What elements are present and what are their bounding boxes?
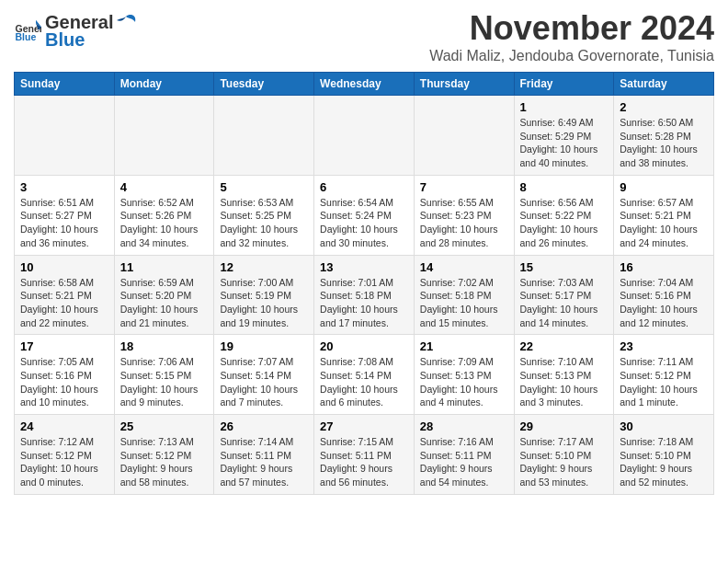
calendar-cell: 16Sunrise: 7:04 AM Sunset: 5:16 PM Dayli… bbox=[614, 255, 714, 335]
svg-text:Blue: Blue bbox=[16, 31, 37, 42]
day-info: Sunrise: 7:15 AM Sunset: 5:11 PM Dayligh… bbox=[320, 435, 408, 489]
calendar-cell bbox=[314, 96, 415, 176]
day-number: 4 bbox=[120, 180, 209, 194]
day-number: 28 bbox=[420, 419, 508, 433]
calendar-cell: 5Sunrise: 6:53 AM Sunset: 5:25 PM Daylig… bbox=[214, 175, 314, 255]
calendar-cell: 11Sunrise: 6:59 AM Sunset: 5:20 PM Dayli… bbox=[114, 255, 214, 335]
calendar-cell: 3Sunrise: 6:51 AM Sunset: 5:27 PM Daylig… bbox=[15, 175, 115, 255]
day-number: 9 bbox=[620, 180, 708, 194]
day-info: Sunrise: 6:56 AM Sunset: 5:22 PM Dayligh… bbox=[520, 196, 609, 250]
calendar-cell: 24Sunrise: 7:12 AM Sunset: 5:12 PM Dayli… bbox=[15, 415, 115, 495]
calendar-cell: 12Sunrise: 7:00 AM Sunset: 5:19 PM Dayli… bbox=[214, 255, 314, 335]
header-row: Sunday Monday Tuesday Wednesday Thursday… bbox=[15, 73, 714, 96]
day-info: Sunrise: 6:52 AM Sunset: 5:26 PM Dayligh… bbox=[120, 196, 209, 250]
header-saturday: Saturday bbox=[614, 73, 714, 96]
day-number: 12 bbox=[220, 260, 308, 274]
calendar-cell bbox=[214, 96, 314, 176]
day-info: Sunrise: 7:12 AM Sunset: 5:12 PM Dayligh… bbox=[20, 435, 108, 489]
calendar-row-1: 3Sunrise: 6:51 AM Sunset: 5:27 PM Daylig… bbox=[15, 175, 714, 255]
calendar-cell: 6Sunrise: 6:54 AM Sunset: 5:24 PM Daylig… bbox=[314, 175, 415, 255]
day-number: 3 bbox=[20, 180, 108, 194]
logo-text: General Blue bbox=[45, 9, 139, 51]
calendar-cell: 18Sunrise: 7:06 AM Sunset: 5:15 PM Dayli… bbox=[114, 335, 214, 415]
day-info: Sunrise: 7:02 AM Sunset: 5:18 PM Dayligh… bbox=[420, 276, 508, 330]
day-number: 24 bbox=[20, 419, 108, 433]
day-number: 27 bbox=[320, 419, 408, 433]
day-number: 14 bbox=[420, 260, 508, 274]
day-info: Sunrise: 7:04 AM Sunset: 5:16 PM Dayligh… bbox=[620, 276, 708, 330]
calendar-row-0: 1Sunrise: 6:49 AM Sunset: 5:29 PM Daylig… bbox=[15, 96, 714, 176]
calendar-cell: 10Sunrise: 6:58 AM Sunset: 5:21 PM Dayli… bbox=[15, 255, 115, 335]
day-info: Sunrise: 7:07 AM Sunset: 5:14 PM Dayligh… bbox=[220, 355, 308, 409]
day-number: 23 bbox=[620, 339, 708, 353]
calendar-cell: 23Sunrise: 7:11 AM Sunset: 5:12 PM Dayli… bbox=[614, 335, 714, 415]
day-number: 1 bbox=[520, 100, 609, 114]
calendar-row-4: 24Sunrise: 7:12 AM Sunset: 5:12 PM Dayli… bbox=[15, 415, 714, 495]
header-sunday: Sunday bbox=[15, 73, 115, 96]
calendar-cell: 29Sunrise: 7:17 AM Sunset: 5:10 PM Dayli… bbox=[514, 415, 614, 495]
day-info: Sunrise: 7:09 AM Sunset: 5:13 PM Dayligh… bbox=[420, 355, 508, 409]
day-info: Sunrise: 7:10 AM Sunset: 5:13 PM Dayligh… bbox=[520, 355, 609, 409]
calendar-cell: 22Sunrise: 7:10 AM Sunset: 5:13 PM Dayli… bbox=[514, 335, 614, 415]
day-number: 8 bbox=[520, 180, 609, 194]
day-info: Sunrise: 7:11 AM Sunset: 5:12 PM Dayligh… bbox=[620, 355, 708, 409]
day-info: Sunrise: 7:17 AM Sunset: 5:10 PM Dayligh… bbox=[520, 435, 609, 489]
day-number: 19 bbox=[220, 339, 308, 353]
header-friday: Friday bbox=[514, 73, 614, 96]
header-tuesday: Tuesday bbox=[214, 73, 314, 96]
day-info: Sunrise: 6:54 AM Sunset: 5:24 PM Dayligh… bbox=[320, 196, 408, 250]
calendar-cell: 21Sunrise: 7:09 AM Sunset: 5:13 PM Dayli… bbox=[414, 335, 514, 415]
subtitle: Wadi Maliz, Jendouba Governorate, Tunisi… bbox=[429, 48, 714, 64]
calendar-cell: 7Sunrise: 6:55 AM Sunset: 5:23 PM Daylig… bbox=[414, 175, 514, 255]
day-number: 16 bbox=[620, 260, 708, 274]
header-wednesday: Wednesday bbox=[314, 73, 415, 96]
day-number: 10 bbox=[20, 260, 108, 274]
calendar-cell bbox=[15, 96, 115, 176]
calendar-cell: 4Sunrise: 6:52 AM Sunset: 5:26 PM Daylig… bbox=[114, 175, 214, 255]
calendar-table: Sunday Monday Tuesday Wednesday Thursday… bbox=[14, 72, 714, 495]
day-info: Sunrise: 7:18 AM Sunset: 5:10 PM Dayligh… bbox=[620, 435, 708, 489]
calendar-cell: 26Sunrise: 7:14 AM Sunset: 5:11 PM Dayli… bbox=[214, 415, 314, 495]
calendar-row-2: 10Sunrise: 6:58 AM Sunset: 5:21 PM Dayli… bbox=[15, 255, 714, 335]
calendar-cell: 1Sunrise: 6:49 AM Sunset: 5:29 PM Daylig… bbox=[514, 96, 614, 176]
day-number: 30 bbox=[620, 419, 708, 433]
day-info: Sunrise: 7:01 AM Sunset: 5:18 PM Dayligh… bbox=[320, 276, 408, 330]
calendar-cell: 2Sunrise: 6:50 AM Sunset: 5:28 PM Daylig… bbox=[614, 96, 714, 176]
calendar-cell: 25Sunrise: 7:13 AM Sunset: 5:12 PM Dayli… bbox=[114, 415, 214, 495]
day-number: 6 bbox=[320, 180, 408, 194]
calendar-cell: 19Sunrise: 7:07 AM Sunset: 5:14 PM Dayli… bbox=[214, 335, 314, 415]
day-number: 21 bbox=[420, 339, 508, 353]
day-number: 22 bbox=[520, 339, 609, 353]
calendar-cell: 27Sunrise: 7:15 AM Sunset: 5:11 PM Dayli… bbox=[314, 415, 415, 495]
main-container: General Blue General Blue November 2024 … bbox=[0, 0, 728, 504]
day-info: Sunrise: 6:59 AM Sunset: 5:20 PM Dayligh… bbox=[120, 276, 209, 330]
day-info: Sunrise: 7:16 AM Sunset: 5:11 PM Dayligh… bbox=[420, 435, 508, 489]
day-number: 7 bbox=[420, 180, 508, 194]
day-info: Sunrise: 7:00 AM Sunset: 5:19 PM Dayligh… bbox=[220, 276, 308, 330]
day-number: 18 bbox=[120, 339, 209, 353]
day-number: 15 bbox=[520, 260, 609, 274]
title-section: November 2024 Wadi Maliz, Jendouba Gover… bbox=[429, 9, 714, 64]
calendar-cell: 28Sunrise: 7:16 AM Sunset: 5:11 PM Dayli… bbox=[414, 415, 514, 495]
day-number: 20 bbox=[320, 339, 408, 353]
calendar-cell: 30Sunrise: 7:18 AM Sunset: 5:10 PM Dayli… bbox=[614, 415, 714, 495]
day-number: 26 bbox=[220, 419, 308, 433]
day-info: Sunrise: 7:14 AM Sunset: 5:11 PM Dayligh… bbox=[220, 435, 308, 489]
day-info: Sunrise: 6:53 AM Sunset: 5:25 PM Dayligh… bbox=[220, 196, 308, 250]
calendar-cell: 13Sunrise: 7:01 AM Sunset: 5:18 PM Dayli… bbox=[314, 255, 415, 335]
calendar-cell bbox=[414, 96, 514, 176]
calendar-body: 1Sunrise: 6:49 AM Sunset: 5:29 PM Daylig… bbox=[15, 96, 714, 495]
day-number: 5 bbox=[220, 180, 308, 194]
calendar-cell: 20Sunrise: 7:08 AM Sunset: 5:14 PM Dayli… bbox=[314, 335, 415, 415]
day-number: 2 bbox=[620, 100, 708, 114]
header-monday: Monday bbox=[114, 73, 214, 96]
day-info: Sunrise: 7:08 AM Sunset: 5:14 PM Dayligh… bbox=[320, 355, 408, 409]
calendar-cell: 9Sunrise: 6:57 AM Sunset: 5:21 PM Daylig… bbox=[614, 175, 714, 255]
logo-bird-icon bbox=[113, 9, 139, 35]
calendar-cell: 15Sunrise: 7:03 AM Sunset: 5:17 PM Dayli… bbox=[514, 255, 614, 335]
calendar-cell: 17Sunrise: 7:05 AM Sunset: 5:16 PM Dayli… bbox=[15, 335, 115, 415]
day-number: 29 bbox=[520, 419, 609, 433]
main-title: November 2024 bbox=[429, 9, 714, 48]
calendar-cell bbox=[114, 96, 214, 176]
header: General Blue General Blue November 2024 … bbox=[14, 9, 714, 64]
